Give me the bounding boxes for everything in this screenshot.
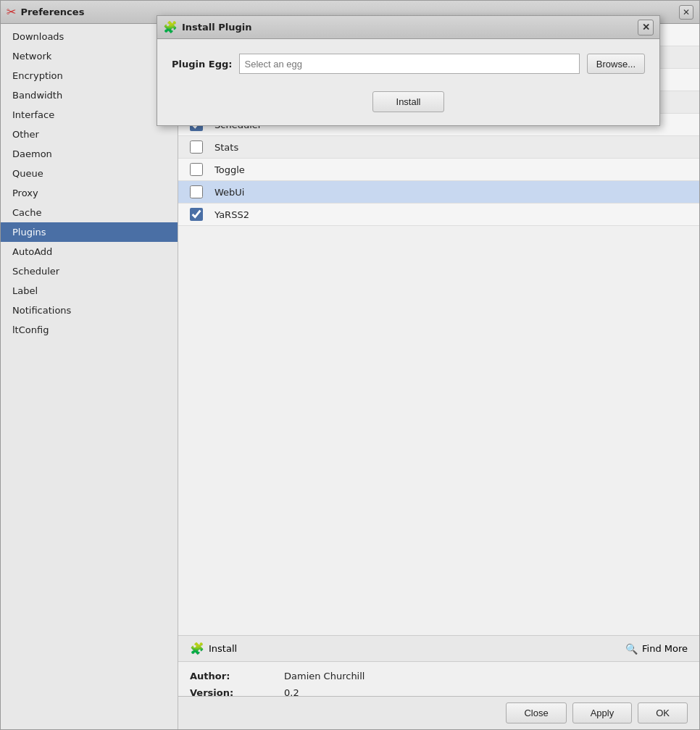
dialog-body: Plugin Egg: Browse... Install	[157, 39, 659, 125]
plugin-row-toggle: Toggle	[178, 159, 699, 181]
install-puzzle-icon: 🧩	[190, 642, 204, 655]
dialog-plugin-egg-row: Plugin Egg: Browse...	[172, 54, 645, 74]
sidebar-item-ltconfig[interactable]: ltConfig	[1, 320, 178, 340]
plugin-name-webui: WebUi	[214, 187, 244, 198]
sidebar-item-daemon[interactable]: Daemon	[1, 144, 178, 164]
plugin-checkbox-stats[interactable]	[190, 140, 203, 154]
browse-button[interactable]: Browse...	[587, 54, 645, 74]
detail-row-author: Author: Damien Churchill	[190, 671, 688, 681]
plugin-row-webui: WebUi	[178, 181, 699, 204]
preferences-title-text: Preferences	[20, 7, 84, 17]
preferences-title-icon: ✂	[7, 5, 16, 19]
sidebar-item-queue[interactable]: Queue	[1, 164, 178, 183]
find-more-button[interactable]: 🔍 Find More	[625, 643, 688, 655]
install-dialog: 🧩 Install Plugin ✕ Plugin Egg: Browse...…	[157, 15, 660, 126]
sidebar-item-label[interactable]: Label	[1, 281, 178, 301]
plugin-egg-label: Plugin Egg:	[172, 59, 232, 70]
preferences-body: Downloads Network Encryption Bandwidth I…	[1, 24, 699, 729]
plugin-row-yarss2: YaRSS2	[178, 204, 699, 226]
author-value: Damien Churchill	[284, 671, 364, 681]
plugin-row-stats: Stats	[178, 136, 699, 159]
sidebar-item-interface[interactable]: Interface	[1, 105, 178, 125]
sidebar-item-proxy[interactable]: Proxy	[1, 183, 178, 203]
plugin-checkbox-webui[interactable]	[190, 185, 203, 198]
author-label: Author:	[190, 671, 284, 681]
sidebar-item-network[interactable]: Network	[1, 46, 178, 66]
main-content: Extractor Label ltConfig Notifications S	[178, 24, 699, 729]
dialog-install-button[interactable]: Install	[372, 91, 445, 112]
plugin-name-yarss2: YaRSS2	[214, 209, 249, 220]
sidebar-item-autoadd[interactable]: AutoAdd	[1, 242, 178, 261]
sidebar-item-notifications[interactable]: Notifications	[1, 301, 178, 320]
dialog-close-button[interactable]: ✕	[638, 20, 654, 35]
ok-button[interactable]: OK	[638, 702, 688, 723]
dialog-title-text: Install Plugin	[182, 22, 252, 33]
preferences-close-button[interactable]: ✕	[679, 5, 693, 20]
bottom-buttons: Close Apply OK	[178, 696, 699, 729]
install-button-bar[interactable]: 🧩 Install	[190, 642, 237, 655]
close-button[interactable]: Close	[506, 702, 566, 723]
plugin-checkbox-yarss2[interactable]	[190, 208, 203, 221]
sidebar-item-bandwidth[interactable]: Bandwidth	[1, 85, 178, 105]
install-bar: 🧩 Install 🔍 Find More	[178, 635, 699, 662]
sidebar-item-plugins[interactable]: Plugins	[1, 222, 178, 242]
sidebar-item-downloads[interactable]: Downloads	[1, 27, 178, 46]
find-more-search-icon: 🔍	[625, 643, 638, 655]
sidebar-item-scheduler[interactable]: Scheduler	[1, 261, 178, 281]
plugin-name-toggle: Toggle	[214, 164, 245, 175]
sidebar-item-cache[interactable]: Cache	[1, 203, 178, 222]
apply-button[interactable]: Apply	[572, 702, 633, 723]
preferences-window: ✂ Preferences ✕ Downloads Network Encryp…	[0, 0, 700, 730]
install-bar-label: Install	[209, 643, 237, 654]
plugin-checkbox-toggle[interactable]	[190, 163, 203, 176]
sidebar-item-other[interactable]: Other	[1, 125, 178, 144]
find-more-label: Find More	[642, 643, 688, 654]
plugin-egg-input[interactable]	[239, 54, 579, 74]
sidebar: Downloads Network Encryption Bandwidth I…	[1, 24, 178, 729]
dialog-title-puzzle-icon: 🧩	[163, 20, 178, 34]
plugin-name-stats: Stats	[214, 142, 238, 153]
dialog-titlebar: 🧩 Install Plugin ✕	[157, 16, 659, 39]
sidebar-item-encryption[interactable]: Encryption	[1, 66, 178, 85]
